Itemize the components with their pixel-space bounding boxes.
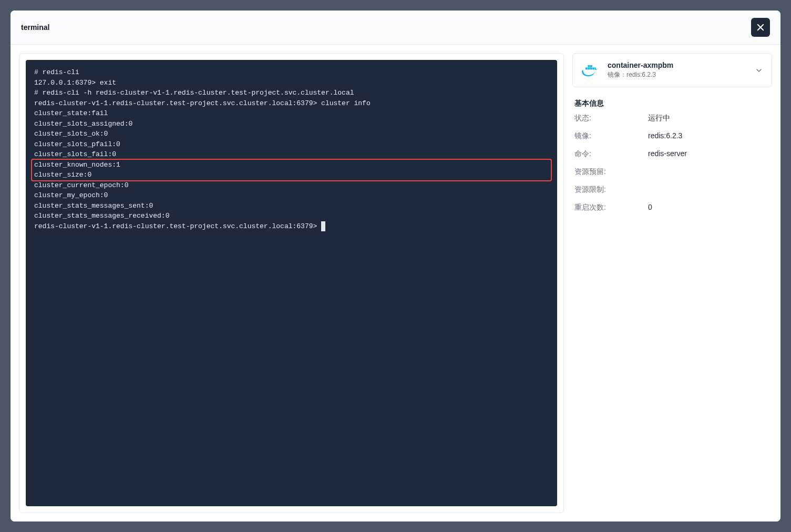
container-image-label: 镜像：redis:6.2.3 [608, 70, 747, 79]
terminal-line: cluster_slots_assigned:0 [34, 119, 549, 129]
info-row: 重启次数:0 [574, 203, 770, 212]
close-icon [756, 23, 765, 32]
terminal-line: cluster_current_epoch:0 [34, 180, 549, 191]
terminal-line: cluster_state:fail [34, 108, 549, 119]
modal-header: terminal [11, 11, 780, 45]
modal-body: # redis-cli127.0.0.1:6379> exit# redis-c… [11, 45, 780, 521]
svg-rect-5 [588, 65, 590, 67]
info-value: redis:6.2.3 [648, 131, 770, 140]
terminal-line: cluster_slots_pfail:0 [34, 139, 549, 150]
info-row: 镜像:redis:6.2.3 [574, 131, 770, 141]
chevron-down-icon [755, 66, 763, 75]
svg-rect-4 [590, 67, 592, 69]
terminal-modal: terminal # redis-cli127.0.0.1:6379> exit… [11, 11, 780, 521]
terminal-line: redis-cluster-v1-1.redis-cluster.test-pr… [34, 221, 549, 232]
terminal-line: cluster_slots_ok:0 [34, 129, 549, 139]
info-label: 资源预留: [574, 167, 648, 177]
terminal-cursor [321, 221, 325, 232]
svg-rect-3 [588, 67, 590, 69]
terminal-line: # redis-cli [34, 67, 549, 78]
terminal-line: cluster_my_epoch:0 [34, 190, 549, 201]
docker-whale-icon [581, 63, 600, 78]
info-row: 状态:运行中 [574, 114, 770, 123]
info-label: 重启次数: [574, 203, 648, 212]
terminal-wrapper: # redis-cli127.0.0.1:6379> exit# redis-c… [19, 53, 564, 513]
info-table: 状态:运行中镜像:redis:6.2.3命令:redis-server资源预留:… [572, 114, 772, 212]
close-button[interactable] [751, 18, 770, 37]
terminal-output[interactable]: # redis-cli127.0.0.1:6379> exit# redis-c… [26, 60, 557, 506]
container-card[interactable]: container-axmpbm 镜像：redis:6.2.3 [572, 53, 772, 87]
info-label: 命令: [574, 149, 648, 159]
side-panel: container-axmpbm 镜像：redis:6.2.3 基本信息 状态:… [572, 53, 772, 513]
info-row: 命令:redis-server [574, 149, 770, 159]
terminal-line: # redis-cli -h redis-cluster-v1-1.redis-… [34, 88, 549, 98]
info-row: 资源限制: [574, 185, 770, 195]
container-meta: container-axmpbm 镜像：redis:6.2.3 [608, 61, 747, 79]
info-section-title: 基本信息 [574, 99, 772, 108]
info-value: 运行中 [648, 114, 770, 123]
terminal-line: redis-cluster-v1-1.redis-cluster.test-pr… [34, 98, 549, 109]
modal-title: terminal [21, 23, 49, 32]
info-value: 0 [648, 203, 770, 211]
container-name: container-axmpbm [608, 61, 747, 69]
info-label: 镜像: [574, 131, 648, 141]
info-value: redis-server [648, 149, 770, 158]
svg-rect-6 [590, 65, 592, 67]
info-row: 资源预留: [574, 167, 770, 177]
info-label: 状态: [574, 114, 648, 123]
svg-rect-2 [585, 67, 588, 69]
terminal-line: cluster_size:0 [34, 170, 549, 180]
info-label: 资源限制: [574, 185, 648, 195]
terminal-line: cluster_known_nodes:1 [34, 160, 549, 170]
terminal-line: cluster_stats_messages_sent:0 [34, 201, 549, 211]
terminal-line: cluster_slots_fail:0 [34, 149, 549, 160]
terminal-line: cluster_stats_messages_received:0 [34, 211, 549, 221]
svg-rect-7 [592, 67, 594, 69]
terminal-line: 127.0.0.1:6379> exit [34, 78, 549, 88]
